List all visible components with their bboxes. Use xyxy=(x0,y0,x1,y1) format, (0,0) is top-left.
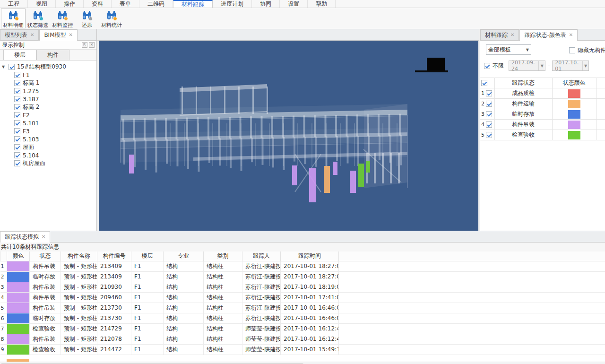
bim-3d-canvas[interactable] xyxy=(99,41,478,231)
checkbox[interactable] xyxy=(14,160,20,166)
menu-item[interactable]: 工程 xyxy=(0,0,28,8)
menu-item[interactable]: 视图 xyxy=(28,0,56,8)
tracking-row[interactable]: 1 构件吊装 预制 - 矩形柱 :... 213409 F1 结构 结构柱 苏衍… xyxy=(0,261,605,271)
tracking-row[interactable]: 4 构件吊装 预制 - 矩形柱 :... 209460 F1 结构 结构柱 苏衍… xyxy=(0,292,605,303)
tree-item[interactable]: 3.187 xyxy=(2,95,96,103)
checkbox[interactable] xyxy=(14,80,20,86)
col-header-time[interactable]: 跟踪时间 xyxy=(281,251,339,261)
menu-item[interactable]: 表单 xyxy=(112,0,139,8)
col-header-name[interactable]: 构件名称 xyxy=(61,251,97,261)
row-checkbox[interactable] xyxy=(486,90,492,96)
status-highlight-column[interactable] xyxy=(309,168,316,202)
tracking-row[interactable]: 6 临时存放 预制 - 矩形柱 :... 213730 F1 结构 结构柱 苏衍… xyxy=(0,313,605,323)
tracking-row[interactable]: 7 检查验收 预制 - 矩形柱 :... 214729 F1 结构 结构柱 师莹… xyxy=(0,323,605,334)
select-all-checkbox[interactable] xyxy=(481,80,487,86)
subtab[interactable]: 构件 xyxy=(36,50,69,60)
template-select[interactable]: 全部模板 ▼ xyxy=(486,44,531,55)
tracking-row[interactable]: 2 临时存放 预制 - 矩形柱 :... 213409 F1 结构 结构柱 苏衍… xyxy=(0,271,605,282)
col-header-floor[interactable]: 楼层 xyxy=(131,251,164,261)
status-highlight-column[interactable] xyxy=(333,162,337,175)
status-highlight-column[interactable] xyxy=(324,166,330,193)
status-color-row[interactable]: 3 临时存放 xyxy=(480,109,605,120)
checkbox[interactable] xyxy=(14,72,20,78)
tree-item[interactable]: 屋面 xyxy=(2,143,96,151)
tree-item[interactable]: 5.101 xyxy=(2,119,96,127)
checkbox[interactable] xyxy=(14,152,20,158)
checkbox[interactable] xyxy=(14,128,20,134)
row-checkbox[interactable] xyxy=(486,121,492,128)
row-checkbox[interactable] xyxy=(486,132,492,138)
status-column-header[interactable]: 跟踪状态 xyxy=(494,78,552,88)
menu-item[interactable]: 二维码 xyxy=(139,0,173,8)
checkbox[interactable] xyxy=(14,104,20,110)
tool-button[interactable]: 状态筛选 xyxy=(26,9,50,28)
status-color-row[interactable]: 1 成品质检 xyxy=(480,88,605,99)
subtab[interactable]: 楼层 xyxy=(3,50,36,60)
tool-button[interactable]: 材料统计 xyxy=(99,9,124,28)
panel-tab[interactable]: BIM模型 ✕ xyxy=(39,29,78,40)
status-highlight-column[interactable] xyxy=(129,155,134,173)
checkbox[interactable] xyxy=(14,96,20,102)
unlimited-checkbox[interactable] xyxy=(484,63,490,69)
row-checkbox[interactable] xyxy=(486,101,492,107)
tracking-row[interactable]: 5 构件吊装 预制 - 矩形柱 :... 213730 F1 结构 结构柱 苏衍… xyxy=(0,303,605,313)
checkbox[interactable] xyxy=(14,120,20,126)
menu-item[interactable]: 进度计划 xyxy=(213,0,252,8)
float-panel-icon[interactable]: ⇱ xyxy=(82,42,87,48)
chevron-down-icon[interactable]: ▼ xyxy=(2,65,6,69)
horizontal-scrollbar[interactable] xyxy=(0,362,605,364)
tree-item[interactable]: F3 xyxy=(2,127,96,135)
menu-item[interactable]: 操作 xyxy=(56,0,84,8)
menu-item[interactable]: 设置 xyxy=(280,0,308,8)
tree-root-item[interactable]: ▼ 15#结构模型0930 xyxy=(2,63,96,71)
status-highlight-column[interactable] xyxy=(358,164,364,187)
panel-tab[interactable]: 模型列表 ✕ xyxy=(0,29,39,40)
status-color-row[interactable]: 2 构件运输 xyxy=(480,99,605,109)
tracking-row[interactable]: 8 构件吊装 预制 - 矩形柱 :... 212078 F1 结构 结构柱 师莹… xyxy=(0,334,605,344)
color-column-header[interactable]: 状态颜色 xyxy=(552,78,596,88)
tree-item[interactable]: 1.275 xyxy=(2,87,96,95)
col-header-code[interactable]: 构件编号 xyxy=(97,251,131,261)
menu-item[interactable]: 材料跟踪 xyxy=(173,0,213,8)
tree-item[interactable]: F2 xyxy=(2,111,96,119)
checkbox[interactable] xyxy=(14,88,20,94)
tree-item[interactable]: 标高 1 xyxy=(2,79,96,87)
status-color-row[interactable]: 4 构件吊装 xyxy=(480,120,605,130)
status-highlight-column[interactable] xyxy=(366,161,370,173)
close-icon[interactable]: ✕ xyxy=(30,33,34,37)
menu-item[interactable]: 帮助 xyxy=(308,0,336,8)
tree-item[interactable]: 标高 2 xyxy=(2,103,96,111)
tree-item[interactable]: 5.104 xyxy=(2,151,96,159)
status-color-row[interactable]: 5 检查验收 xyxy=(480,130,605,140)
checkbox[interactable] xyxy=(14,136,20,142)
status-highlight-column[interactable] xyxy=(350,171,356,193)
hide-empty-option[interactable]: 隐藏无构件的跟 xyxy=(569,46,605,54)
col-header-category[interactable]: 类别 xyxy=(204,251,242,261)
close-icon[interactable]: ✕ xyxy=(510,33,514,37)
row-checkbox[interactable] xyxy=(486,111,492,117)
close-icon[interactable]: ✕ xyxy=(42,234,45,239)
col-header-major[interactable]: 专业 xyxy=(164,251,204,261)
close-icon[interactable]: ✕ xyxy=(69,33,73,37)
status-highlight-column[interactable] xyxy=(292,165,297,185)
panel-tab[interactable]: 材料跟踪 ✕ xyxy=(480,29,519,40)
col-header-status[interactable]: 状态 xyxy=(30,251,61,261)
col-header-tracker[interactable]: 跟踪人 xyxy=(242,251,281,261)
col-header-color[interactable]: 颜色 xyxy=(7,251,30,261)
tree-item[interactable]: 5.103 xyxy=(2,135,96,143)
tracking-row[interactable]: 9 检查验收 预制 - 矩形柱 :... 214472 F1 结构 结构柱 师莹… xyxy=(0,344,605,355)
tree-item[interactable]: F1 xyxy=(2,71,96,79)
tool-button[interactable]: 材料明细 xyxy=(1,9,26,28)
close-icon[interactable]: ✕ xyxy=(569,33,573,37)
menu-item[interactable]: 协同 xyxy=(252,0,280,8)
checkbox[interactable] xyxy=(14,112,20,118)
view-cube-icon[interactable] xyxy=(415,58,448,72)
panel-tab[interactable]: 跟踪状态-颜色表 ✕ xyxy=(519,29,578,40)
tracking-row[interactable]: 3 构件吊装 预制 - 矩形柱 :... 210930 F1 结构 结构柱 苏衍… xyxy=(0,282,605,292)
date-from-picker[interactable]: 2017-09-24 ▼ xyxy=(509,61,545,71)
checkbox[interactable] xyxy=(14,144,20,150)
tree-item[interactable]: 机房屋面 xyxy=(2,159,96,167)
tool-button[interactable]: 材料监控 xyxy=(50,9,75,28)
menu-item[interactable]: 资料 xyxy=(84,0,112,8)
date-to-picker[interactable]: 2017-10-01 ▼ xyxy=(552,61,589,71)
